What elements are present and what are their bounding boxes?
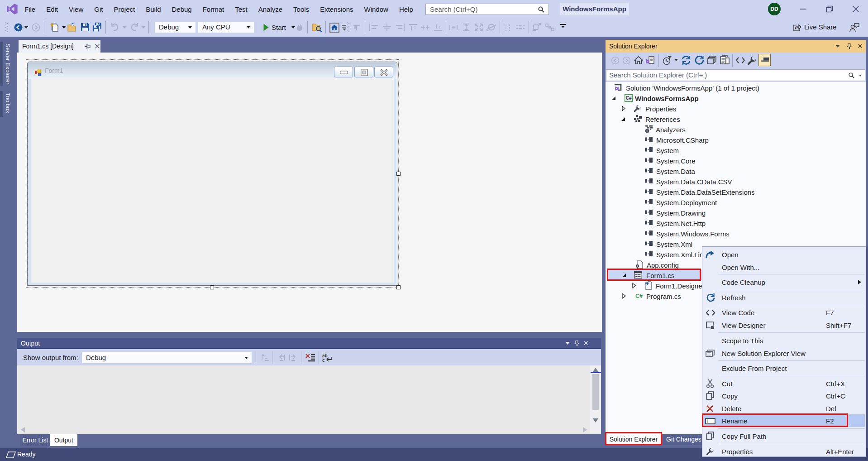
svg-text:C#: C# bbox=[635, 293, 643, 299]
svg-text:c: c bbox=[322, 358, 325, 362]
svg-text:C#: C# bbox=[625, 95, 632, 101]
